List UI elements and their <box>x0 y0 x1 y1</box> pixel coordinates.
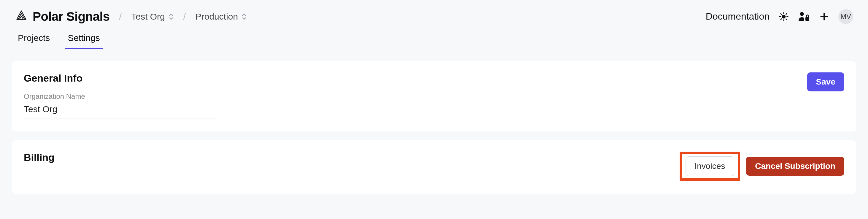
billing-card: Billing Invoices Cancel Subscription <box>12 140 856 194</box>
invoices-highlight: Invoices <box>680 152 740 181</box>
topbar: Polar Signals / Test Org / Production <box>0 0 868 27</box>
billing-left: Billing <box>24 152 680 163</box>
breadcrumb-project[interactable]: Production <box>195 11 247 22</box>
invoices-button[interactable]: Invoices <box>686 156 735 176</box>
avatar-initials: MV <box>840 12 851 21</box>
save-button[interactable]: Save <box>807 72 844 91</box>
brand-name: Polar Signals <box>33 9 110 24</box>
documentation-link[interactable]: Documentation <box>706 11 770 22</box>
logo-icon <box>15 9 28 24</box>
chevron-up-down-icon <box>168 12 174 21</box>
general-info-card: General Info Organization Name Save <box>12 61 856 131</box>
tabs: Projects Settings <box>0 27 868 49</box>
billing-title: Billing <box>24 152 680 163</box>
plus-icon[interactable] <box>818 11 830 23</box>
billing-actions: Invoices Cancel Subscription <box>680 152 844 181</box>
svg-line-7 <box>781 19 782 20</box>
org-name-label: Organization Name <box>24 92 807 101</box>
tab-projects[interactable]: Projects <box>18 33 50 49</box>
svg-line-5 <box>781 13 782 14</box>
breadcrumb-org-label: Test Org <box>131 11 165 22</box>
svg-line-6 <box>786 19 787 20</box>
user-lock-icon[interactable] <box>798 11 810 23</box>
svg-rect-10 <box>805 17 809 21</box>
content: General Info Organization Name Save Bill… <box>0 49 868 215</box>
general-info-left: General Info Organization Name <box>24 72 807 118</box>
breadcrumb-project-label: Production <box>195 11 238 22</box>
cancel-subscription-button[interactable]: Cancel Subscription <box>746 157 844 176</box>
brand-logo[interactable]: Polar Signals <box>15 9 110 24</box>
chevron-up-down-icon <box>242 12 247 21</box>
breadcrumb-org[interactable]: Test Org <box>131 11 174 22</box>
breadcrumb-separator: / <box>117 11 124 22</box>
org-name-field: Organization Name <box>24 92 807 118</box>
general-info-title: General Info <box>24 72 807 84</box>
theme-toggle-icon[interactable] <box>778 11 790 23</box>
org-name-input[interactable] <box>24 102 217 118</box>
tab-settings[interactable]: Settings <box>68 33 100 49</box>
topbar-right: Documentation <box>706 9 853 24</box>
avatar[interactable]: MV <box>838 9 853 24</box>
topbar-left: Polar Signals / Test Org / Production <box>15 9 247 24</box>
svg-point-9 <box>800 12 804 16</box>
breadcrumb-separator: / <box>181 11 188 22</box>
svg-point-0 <box>782 14 786 19</box>
svg-line-8 <box>786 13 787 14</box>
